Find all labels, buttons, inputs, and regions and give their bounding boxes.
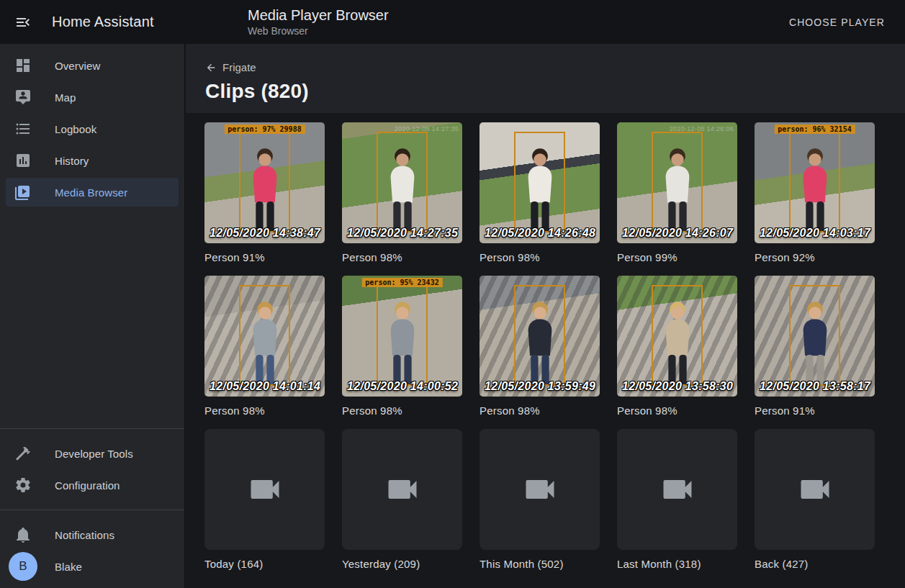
sidebar-item-logbook[interactable]: Logbook (6, 114, 179, 143)
clip-item[interactable]: 2020-12-05 14:27:35 12/05/2020 14:27:35 … (342, 122, 462, 263)
folder-thumbnail[interactable] (617, 429, 737, 550)
clip-caption: Person 98% (204, 404, 325, 417)
bell-icon (14, 526, 32, 543)
clip-caption: Person 98% (617, 404, 737, 417)
folder-thumbnail[interactable] (342, 429, 462, 550)
detection-bounding-box (239, 132, 289, 232)
clip-caption: Person 98% (479, 404, 600, 417)
clip-caption: Person 98% (342, 251, 462, 263)
detection-label: person: 97% 29988 (224, 125, 305, 134)
breadcrumb-back-frigate[interactable]: Frigate (205, 61, 256, 73)
folder-item-back[interactable]: Back (427) (755, 429, 875, 570)
sidebar: OverviewMapLogbookHistoryMedia Browser D… (0, 44, 185, 588)
sidebar-item-map[interactable]: Map (6, 83, 179, 112)
clip-item[interactable]: 12/05/2020 14:01:14 Person 98% (204, 276, 325, 417)
clip-thumbnail[interactable]: 12/05/2020 14:26:48 (479, 122, 600, 243)
clip-item[interactable]: 12/05/2020 13:59:49 Person 98% (479, 276, 600, 417)
clip-item[interactable]: 2020-12-05 14:26:06 12/05/2020 14:26:07 … (617, 122, 737, 263)
user-avatar: B (9, 552, 37, 581)
folder-item-yesterday[interactable]: Yesterday (209) (342, 429, 462, 570)
format-list-bulleted-icon (14, 120, 32, 137)
sidebar-item-label: Configuration (55, 479, 120, 492)
folder-label: Yesterday (209) (342, 558, 462, 570)
video-icon (659, 471, 696, 508)
folder-item-this-month[interactable]: This Month (502) (479, 429, 600, 570)
detection-bounding-box (377, 285, 427, 385)
camera-corner-timestamp: 2020-12-05 14:27:35 (395, 125, 459, 132)
clip-item[interactable]: 12/05/2020 14:26:48 Person 98% (479, 122, 600, 263)
sidebar-item-overview[interactable]: Overview (6, 51, 179, 80)
video-icon (521, 471, 559, 508)
folder-label: Last Month (318) (617, 558, 737, 570)
clips-content: person: 97% 29988 12/05/2020 14:38:47 Pe… (186, 113, 905, 588)
camera-corner-timestamp: 2020-12-05 14:26:06 (670, 125, 734, 132)
panel-title: Media Player Browser (248, 6, 389, 24)
folder-thumbnail[interactable] (204, 429, 325, 550)
sidebar-item-label: Developer Tools (55, 448, 133, 460)
sidebar-item-label: Overview (55, 60, 100, 72)
sidebar-item-user-profile[interactable]: BBlake (6, 552, 179, 581)
sidebar-footer-items: Developer ToolsConfiguration (0, 432, 184, 507)
clip-thumbnail[interactable]: 12/05/2020 14:01:14 (204, 276, 325, 397)
clip-thumbnail[interactable]: person: 95% 23432 12/05/2020 14:00:52 (342, 276, 462, 397)
sidebar-item-history[interactable]: History (6, 146, 179, 175)
clip-caption: Person 99% (617, 251, 737, 263)
video-icon (246, 471, 284, 508)
detection-bounding-box (652, 285, 702, 385)
sidebar-item-developer-tools[interactable]: Developer Tools (6, 439, 179, 468)
tooltip-account-icon (14, 89, 32, 106)
app-title: Home Assistant (52, 14, 154, 30)
clip-thumbnail[interactable]: 12/05/2020 13:59:49 (479, 276, 600, 397)
sidebar-divider (0, 428, 184, 429)
sidebar-item-configuration[interactable]: Configuration (6, 471, 179, 499)
folder-item-last-month[interactable]: Last Month (318) (617, 429, 737, 570)
page-title: Clips (820) (205, 80, 888, 103)
clip-item[interactable]: 12/05/2020 13:58:30 Person 98% (617, 276, 737, 417)
clip-item[interactable]: person: 95% 23432 12/05/2020 14:00:52 Pe… (342, 276, 462, 417)
panel-title-block: Media Player Browser Web Browser (248, 6, 389, 37)
folder-item-today[interactable]: Today (164) (204, 429, 325, 570)
sidebar-item-label: Media Browser (55, 186, 127, 199)
detection-bounding-box (789, 132, 839, 232)
sidebar-main-items: OverviewMapLogbookHistoryMedia Browser (0, 44, 184, 214)
sidebar-item-label: Notifications (55, 529, 114, 541)
clip-thumbnail[interactable]: person: 96% 32154 12/05/2020 14:03:17 (755, 122, 875, 243)
detection-bounding-box (514, 285, 564, 385)
clip-item[interactable]: person: 97% 29988 12/05/2020 14:38:47 Pe… (204, 122, 325, 263)
clip-timestamp: 12/05/2020 14:01:14 (210, 380, 320, 393)
clip-caption: Person 98% (479, 251, 600, 263)
clip-thumbnail[interactable]: 12/05/2020 13:58:17 (755, 276, 875, 397)
detection-label: person: 96% 32154 (774, 125, 855, 134)
clip-thumbnail[interactable]: person: 97% 29988 12/05/2020 14:38:47 (204, 122, 325, 243)
sidebar-item-notifications[interactable]: Notifications (6, 520, 179, 549)
clip-timestamp: 12/05/2020 14:03:17 (760, 227, 870, 240)
video-icon (384, 471, 421, 508)
play-box-multiple-icon (14, 184, 32, 201)
sidebar-divider (0, 510, 184, 510)
folder-thumbnail[interactable] (479, 429, 600, 550)
menu-open-icon[interactable] (14, 14, 32, 31)
choose-player-button[interactable]: CHOOSE PLAYER (783, 14, 891, 31)
clip-item[interactable]: 12/05/2020 13:58:17 Person 91% (755, 276, 875, 417)
clip-caption: Person 91% (755, 404, 875, 417)
clip-thumbnail[interactable]: 2020-12-05 14:27:35 12/05/2020 14:27:35 (342, 122, 462, 243)
panel-header: Frigate Clips (820) (186, 44, 905, 113)
clip-timestamp: 12/05/2020 14:00:52 (347, 380, 458, 393)
folder-label: Back (427) (755, 558, 875, 570)
sidebar-item-label: Map (55, 91, 76, 104)
clip-thumbnail[interactable]: 12/05/2020 13:58:30 (617, 276, 737, 397)
panel-subtitle: Web Browser (248, 24, 389, 37)
sidebar-spacer (0, 214, 184, 425)
video-icon (796, 471, 834, 508)
sidebar-item-media-browser[interactable]: Media Browser (6, 178, 179, 207)
clip-item[interactable]: person: 96% 32154 12/05/2020 14:03:17 Pe… (755, 122, 875, 263)
clip-timestamp: 12/05/2020 14:27:35 (347, 227, 458, 240)
sidebar-item-label: Logbook (55, 123, 96, 135)
clip-timestamp: 12/05/2020 14:26:07 (622, 227, 733, 240)
media-browser-panel: Frigate Clips (820) person: 97% 29988 12… (186, 44, 905, 588)
user-name: Blake (55, 561, 82, 573)
detection-bounding-box (239, 285, 289, 385)
clip-thumbnail[interactable]: 2020-12-05 14:26:06 12/05/2020 14:26:07 (617, 122, 737, 243)
clip-timestamp: 12/05/2020 14:38:47 (210, 227, 320, 240)
folder-thumbnail[interactable] (755, 429, 875, 550)
